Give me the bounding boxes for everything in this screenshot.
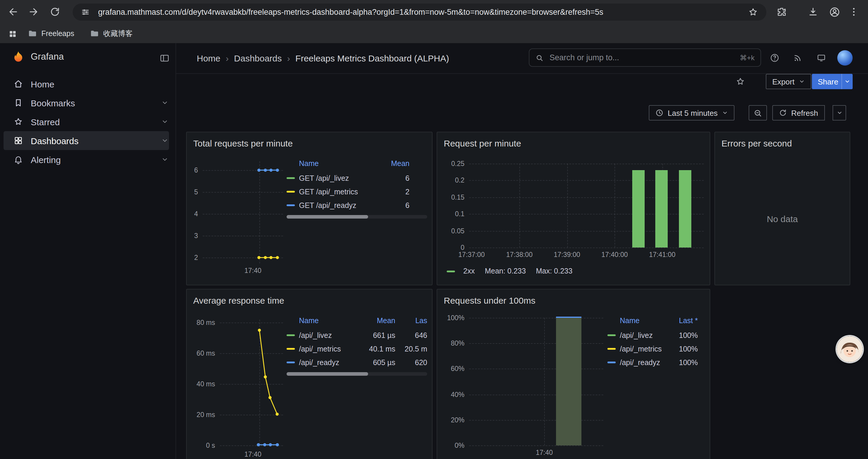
legend-row[interactable]: /api/_metrics 40.1 ms 20.5 m <box>286 342 427 356</box>
zoom-out-time-button[interactable] <box>749 105 767 121</box>
bookmark-label: Freeleaps <box>41 30 74 38</box>
profile-icon[interactable] <box>829 6 840 18</box>
series-mean: Mean: 0.233 <box>485 267 526 275</box>
breadcrumb-dashboards[interactable]: Dashboards <box>234 53 282 63</box>
chevron-down-icon[interactable] <box>161 118 168 125</box>
legend-row[interactable]: /api/_livez 100% <box>608 328 705 342</box>
legend-header-last[interactable]: Las <box>395 317 427 325</box>
breadcrumb-separator <box>226 53 229 63</box>
sidebar-item-alerting[interactable]: Alerting <box>4 150 169 169</box>
legend-header-last[interactable]: Last * <box>668 317 698 325</box>
chevron-down-icon[interactable] <box>161 99 168 106</box>
url-bar[interactable] <box>73 4 766 21</box>
time-range-picker[interactable]: Last 5 minutes <box>649 105 734 121</box>
gridline <box>469 231 704 231</box>
legend-row[interactable]: GET /api/_readyz 6 <box>286 198 427 212</box>
y-tick-label: 0.05 <box>451 227 464 234</box>
export-button[interactable]: Export <box>766 74 811 89</box>
request-per-minute-chart: 0.250.20.150.10.05017:37:0017:38:0017:39… <box>469 164 704 248</box>
series-name: GET /api/_readyz <box>299 201 376 209</box>
panel-title[interactable]: Errors per second <box>721 138 792 148</box>
search-input[interactable] <box>548 53 735 63</box>
legend-header-name[interactable]: Name <box>299 160 376 168</box>
breadcrumb-home[interactable]: Home <box>197 53 220 63</box>
legend-header-mean[interactable]: Mean <box>358 317 395 325</box>
panel-title[interactable]: Request per minute <box>444 138 521 148</box>
display-icon[interactable] <box>816 53 826 63</box>
sidebar-item-bookmarks[interactable]: Bookmarks <box>4 93 169 112</box>
series-last: 100% <box>668 345 698 353</box>
refresh-interval-button[interactable] <box>833 105 846 121</box>
gridline <box>567 164 567 248</box>
url-input[interactable] <box>97 7 748 17</box>
gridline <box>469 369 603 369</box>
extensions-icon[interactable] <box>776 6 787 17</box>
legend-header-mean[interactable]: Mean <box>376 160 409 168</box>
legend-row[interactable]: /api/_readyz 605 µs 620 <box>286 356 427 369</box>
gridline <box>469 420 603 421</box>
forward-icon[interactable] <box>28 6 39 17</box>
chart-bar <box>679 170 691 248</box>
gridline <box>469 214 704 215</box>
legend-row[interactable]: /api/_livez 661 µs 646 <box>286 328 427 342</box>
chevron-down-icon <box>722 110 728 116</box>
panel-requests-under-100ms: Requests under 100ms 100%80%60%40%20%0%1… <box>437 289 710 459</box>
apps-grid-icon[interactable] <box>8 29 17 38</box>
series-name: /api/_readyz <box>620 358 668 366</box>
chart-series <box>220 320 283 447</box>
scrollbar-thumb[interactable] <box>286 215 368 219</box>
legend-row[interactable]: /api/_metrics 100% <box>608 342 705 356</box>
series-swatch <box>286 334 295 336</box>
brand-name: Grafana <box>31 52 64 62</box>
sidebar-item-starred[interactable]: Starred <box>4 112 169 131</box>
sidebar-item-label: Bookmarks <box>31 98 75 108</box>
downloads-icon[interactable] <box>808 6 818 17</box>
refresh-button[interactable]: Refresh <box>772 105 825 121</box>
search-box[interactable]: ⌘+k <box>529 48 761 67</box>
news-rss-icon[interactable] <box>793 53 802 63</box>
time-range-label: Last 5 minutes <box>668 108 718 117</box>
user-avatar[interactable] <box>837 50 852 66</box>
share-menu-button[interactable] <box>841 74 852 89</box>
sidebar-item-dashboards[interactable]: Dashboards <box>4 131 169 150</box>
y-tick-label: 2 <box>194 254 198 261</box>
help-icon[interactable] <box>770 53 779 63</box>
chevron-down-icon[interactable] <box>161 137 168 144</box>
legend-table: Name Mean Las /api/_livez 661 µs 646 /ap… <box>286 313 427 376</box>
bookmark-folder-blogs[interactable]: 收藏博客 <box>90 29 133 39</box>
series-swatch <box>286 204 295 206</box>
chevron-down-icon[interactable] <box>161 156 168 163</box>
favorite-dashboard-star-icon[interactable] <box>736 77 745 86</box>
breadcrumb: Home Dashboards Freeleaps Metrics Dashbo… <box>197 43 449 73</box>
bookmark-folder-freeleaps[interactable]: Freeleaps <box>28 29 74 38</box>
panel-title[interactable]: Average response time <box>193 295 284 305</box>
legend-row[interactable]: GET /api/_metrics 2 <box>286 185 427 198</box>
breadcrumb-separator <box>287 53 290 63</box>
assistant-avatar[interactable] <box>837 336 863 362</box>
site-info-icon[interactable] <box>81 8 90 17</box>
panel-total-requests-per-minute: Total requests per minute 6543217:40 Nam… <box>186 132 433 285</box>
legend-scrollbar[interactable] <box>286 372 427 376</box>
y-tick-label: 0 s <box>206 442 215 449</box>
reload-icon[interactable] <box>50 6 60 17</box>
legend-row[interactable]: GET /api/_livez 6 <box>286 171 427 185</box>
dock-menu-icon[interactable] <box>159 53 169 63</box>
back-icon[interactable] <box>8 6 18 17</box>
sidebar-item-home[interactable]: Home <box>4 74 169 93</box>
bookmark-star-icon[interactable] <box>748 7 758 17</box>
series-last: 100% <box>668 331 698 339</box>
grafana-brand[interactable]: Grafana <box>12 51 64 63</box>
series-swatch <box>608 348 616 350</box>
legend-header-name[interactable]: Name <box>620 317 668 325</box>
browser-menu-icon[interactable] <box>848 6 859 17</box>
scrollbar-thumb[interactable] <box>286 372 368 376</box>
chart-bar <box>655 170 668 248</box>
share-button[interactable]: Share <box>812 74 844 89</box>
legend-row[interactable]: 2xx Mean: 0.233 Max: 0.233 <box>447 267 572 275</box>
panel-title[interactable]: Total requests per minute <box>193 138 293 148</box>
series-name: /api/_livez <box>299 331 358 339</box>
legend-row[interactable]: /api/_readyz 100% <box>608 356 705 369</box>
legend-header-name[interactable]: Name <box>299 317 358 325</box>
panel-title[interactable]: Requests under 100ms <box>444 295 535 305</box>
legend-scrollbar[interactable] <box>286 215 427 219</box>
